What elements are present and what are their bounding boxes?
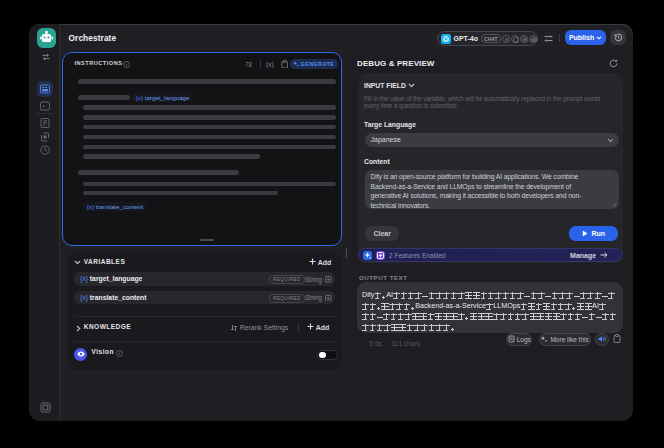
- svg-text:{x}: {x}: [266, 61, 274, 69]
